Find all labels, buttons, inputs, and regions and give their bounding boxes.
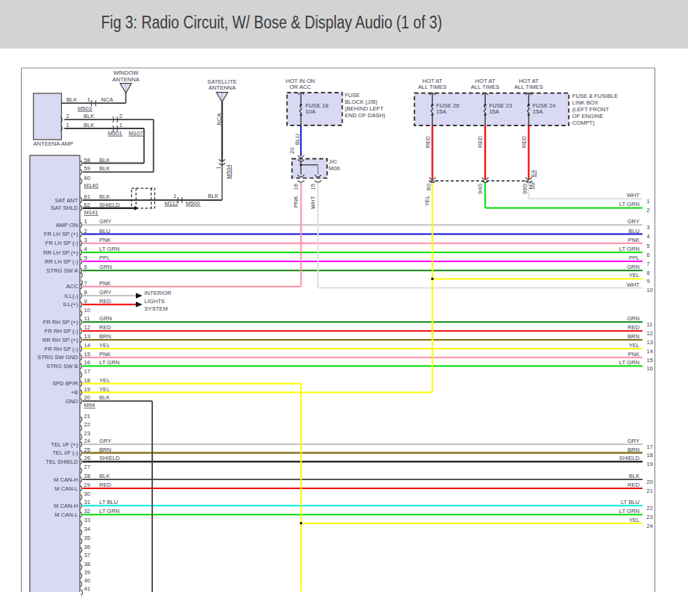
svg-text:38: 38 <box>84 561 90 567</box>
svg-text:M500: M500 <box>186 200 200 207</box>
svg-text:M CAN-L: M CAN-L <box>54 485 78 492</box>
svg-text:11: 11 <box>647 321 653 328</box>
svg-text:BLK: BLK <box>208 193 219 199</box>
svg-text:M504: M504 <box>225 164 232 178</box>
svg-text:BRN: BRN <box>628 333 639 340</box>
svg-text:4: 4 <box>647 233 650 240</box>
svg-text:24: 24 <box>647 523 653 529</box>
svg-text:LT GRN: LT GRN <box>99 246 119 252</box>
svg-text:10: 10 <box>84 307 90 314</box>
svg-text:20: 20 <box>84 394 90 401</box>
svg-text:FR RH SP (+): FR RH SP (+) <box>43 319 78 326</box>
svg-text:ACC: ACC <box>66 283 78 290</box>
svg-text:15: 15 <box>310 184 316 190</box>
svg-text:14: 14 <box>84 342 90 349</box>
svg-text:M94: M94 <box>84 402 96 408</box>
svg-text:1: 1 <box>66 122 69 128</box>
svg-text:YEL: YEL <box>424 196 431 206</box>
svg-text:BLU: BLU <box>99 228 110 234</box>
svg-text:2: 2 <box>647 207 650 214</box>
svg-text:4: 4 <box>84 246 87 252</box>
svg-text:3: 3 <box>647 224 650 231</box>
svg-text:16: 16 <box>84 359 90 366</box>
svg-text:WHT: WHT <box>627 281 640 288</box>
svg-text:FUSE: FUSE <box>345 92 360 99</box>
svg-text:PNK: PNK <box>628 237 639 243</box>
svg-text:YEL: YEL <box>629 342 639 349</box>
svg-text:STRG SW GND: STRG SW GND <box>37 354 78 361</box>
svg-text:RED: RED <box>425 135 431 148</box>
svg-text:LINK BOX: LINK BOX <box>572 99 598 106</box>
svg-text:21: 21 <box>84 413 90 420</box>
svg-text:GRY: GRY <box>628 218 639 225</box>
svg-text:BLK: BLK <box>99 157 110 164</box>
svg-text:17: 17 <box>84 368 90 375</box>
svg-text:SHIELD: SHIELD <box>619 455 640 461</box>
svg-text:5: 5 <box>647 243 650 249</box>
svg-text:22: 22 <box>647 505 653 511</box>
svg-text:62: 62 <box>84 202 90 208</box>
svg-text:ILL(+): ILL(+) <box>63 301 78 308</box>
svg-text:NCA: NCA <box>101 96 114 103</box>
svg-text:BLK: BLK <box>99 193 110 200</box>
svg-text:BRN: BRN <box>628 447 639 453</box>
svg-text:LIGHTS: LIGHTS <box>145 298 165 305</box>
svg-text:OR ACC: OR ACC <box>290 84 312 90</box>
svg-text:20: 20 <box>647 479 653 485</box>
svg-text:FR LH SP (+): FR LH SP (+) <box>44 231 78 237</box>
svg-text:ANTENNA: ANTENNA <box>208 84 236 91</box>
svg-text:BLOCK (J/B): BLOCK (J/B) <box>345 99 378 105</box>
svg-text:LT BLU: LT BLU <box>621 499 639 505</box>
svg-text:BLK: BLK <box>99 165 110 172</box>
svg-text:15: 15 <box>647 357 653 364</box>
svg-text:1: 1 <box>119 122 122 128</box>
svg-text:TEL I/F (+): TEL I/F (+) <box>51 441 78 448</box>
svg-text:SYSTEM: SYSTEM <box>145 305 168 312</box>
svg-text:M141: M141 <box>84 209 98 216</box>
svg-text:ALL TIMES: ALL TIMES <box>471 84 499 90</box>
svg-text:13: 13 <box>84 333 90 340</box>
svg-text:LT GRN: LT GRN <box>99 508 119 514</box>
svg-text:2: 2 <box>119 113 122 119</box>
svg-text:RR LH SP (-): RR LH SP (-) <box>45 258 78 265</box>
svg-text:33: 33 <box>84 517 90 523</box>
svg-text:37: 37 <box>84 552 90 559</box>
svg-text:LT GRN: LT GRN <box>619 359 639 366</box>
svg-text:LT GRN: LT GRN <box>619 246 639 252</box>
svg-text:COMPT): COMPT) <box>572 119 595 126</box>
svg-text:SHIELD: SHIELD <box>99 202 120 208</box>
svg-text:SAT SHLD: SAT SHLD <box>51 205 78 211</box>
svg-text:(LEFT FRONT: (LEFT FRONT <box>572 106 610 113</box>
svg-text:11: 11 <box>84 315 90 322</box>
svg-text:15A: 15A <box>437 108 447 115</box>
svg-text:9G: 9G <box>425 183 432 190</box>
svg-text:15A: 15A <box>489 108 499 115</box>
svg-text:LT GRN: LT GRN <box>619 201 639 208</box>
svg-text:LT GRN: LT GRN <box>619 508 639 514</box>
svg-text:M CAN-H: M CAN-H <box>54 503 78 509</box>
svg-text:TEL I/F (-): TEL I/F (-) <box>52 449 78 456</box>
svg-text:6: 6 <box>647 252 650 258</box>
svg-text:LT GRN: LT GRN <box>99 359 119 366</box>
svg-text:15A: 15A <box>533 108 543 115</box>
svg-text:30: 30 <box>84 491 90 497</box>
svg-text:RR LH SP (+): RR LH SP (+) <box>43 249 78 256</box>
svg-text:60: 60 <box>84 175 90 181</box>
svg-text:ALL TIMES: ALL TIMES <box>514 84 542 90</box>
svg-text:10: 10 <box>647 287 653 293</box>
svg-text:3: 3 <box>84 237 87 243</box>
svg-text:RED: RED <box>628 482 640 488</box>
svg-text:PNK: PNK <box>99 351 111 358</box>
svg-text:23: 23 <box>647 514 653 520</box>
svg-text:WHT: WHT <box>627 192 640 199</box>
svg-text:BRN: BRN <box>99 333 111 340</box>
svg-text:ILL(-): ILL(-) <box>64 293 78 299</box>
svg-text:GRY: GRY <box>99 218 111 225</box>
svg-text:M112: M112 <box>165 200 178 207</box>
svg-text:7: 7 <box>647 261 650 267</box>
svg-text:15: 15 <box>84 351 90 358</box>
svg-text:BLU: BLU <box>294 134 301 145</box>
svg-text:26: 26 <box>84 455 90 461</box>
svg-text:GND: GND <box>66 398 78 405</box>
svg-text:STRG SW B: STRG SW B <box>46 363 78 370</box>
